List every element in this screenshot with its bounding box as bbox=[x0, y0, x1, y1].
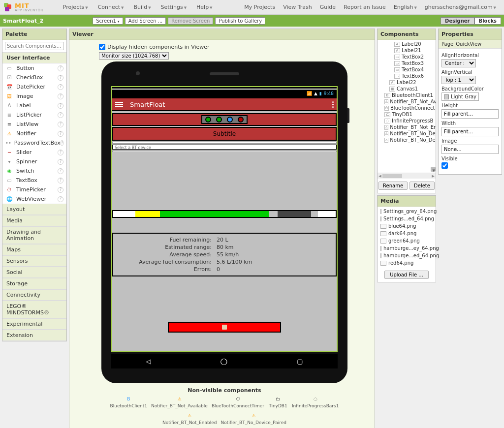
component-tree-item[interactable]: ⚠Notifier_BT_No_Devi bbox=[378, 130, 436, 137]
palette-section[interactable]: Drawing and Animation bbox=[2, 226, 66, 244]
menu-projects[interactable]: Projects▼ bbox=[58, 2, 93, 12]
component-tree-item[interactable]: ▦Canvas1 bbox=[378, 86, 436, 92]
prop-alignvertical-select[interactable]: Top : 1 bbox=[441, 76, 476, 84]
prop-alignhorizontal-select[interactable]: Center : 3 bbox=[441, 59, 476, 67]
add-screen-button[interactable]: Add Screen ... bbox=[125, 17, 166, 25]
help-icon[interactable]: ? bbox=[58, 178, 63, 183]
help-icon[interactable]: ? bbox=[58, 75, 63, 81]
nav-recent-icon[interactable]: ▢ bbox=[297, 358, 303, 365]
blocks-toggle[interactable]: Blocks bbox=[474, 17, 501, 25]
palette-section[interactable]: Social bbox=[2, 267, 66, 278]
nonvisible-component[interactable]: BBluetoothClient1 bbox=[110, 396, 147, 408]
palette-item-listview[interactable]: ≡ ListView ? bbox=[2, 120, 66, 129]
prop-visible-checkbox[interactable] bbox=[441, 162, 448, 169]
link-guide[interactable]: Guide bbox=[316, 2, 340, 12]
media-file[interactable]: red64.png bbox=[380, 259, 433, 267]
component-tree-item[interactable]: ALabel22 bbox=[378, 79, 436, 86]
link-my-projects[interactable]: My Projects bbox=[240, 2, 279, 12]
help-icon[interactable]: ? bbox=[58, 150, 63, 155]
hamburger-icon[interactable] bbox=[115, 102, 123, 107]
media-file[interactable]: dark64.png bbox=[380, 230, 433, 237]
menu-connect[interactable]: Connect▼ bbox=[93, 2, 129, 12]
palette-section[interactable]: Layout bbox=[2, 204, 66, 215]
palette-item-checkbox[interactable]: ☑ CheckBox ? bbox=[2, 73, 66, 82]
help-icon[interactable]: ? bbox=[58, 103, 63, 109]
delete-button[interactable]: Delete bbox=[410, 182, 435, 190]
palette-section-ui[interactable]: User Interface bbox=[2, 52, 66, 63]
palette-section[interactable]: Connectivity bbox=[2, 289, 66, 301]
components-tree[interactable]: ALabel20 ALabel21 ▭TextBox2 ▭TextBox3 ▭T… bbox=[378, 40, 436, 173]
components-scroll-x[interactable]: ◂▸ bbox=[378, 173, 436, 179]
palette-section[interactable]: Maps bbox=[2, 244, 66, 255]
publish-button[interactable]: Publish to Gallery bbox=[215, 17, 265, 25]
component-tree-item[interactable]: ▭TextBox4 bbox=[378, 66, 436, 73]
rename-button[interactable]: Rename bbox=[378, 182, 408, 190]
help-icon[interactable]: ? bbox=[58, 187, 63, 193]
palette-search[interactable] bbox=[5, 42, 64, 50]
palette-item-label[interactable]: A Label ? bbox=[2, 101, 66, 110]
help-icon[interactable]: ? bbox=[58, 93, 63, 99]
upload-file-button[interactable]: Upload File ... bbox=[384, 271, 429, 279]
media-file[interactable]: green64.png bbox=[380, 237, 433, 245]
component-tree-item[interactable]: ▭TextBox6 bbox=[378, 73, 436, 79]
logo[interactable]: MIT APP INVENTOR bbox=[4, 2, 43, 12]
designer-toggle[interactable]: Designer bbox=[441, 17, 474, 25]
component-tree-item[interactable]: 🗀TinyDB1 bbox=[378, 111, 436, 118]
palette-item-textbox[interactable]: ▭ TextBox ? bbox=[2, 176, 66, 185]
overflow-icon[interactable] bbox=[332, 101, 334, 108]
media-file[interactable]: Settings...ed_64.png bbox=[380, 215, 433, 222]
component-tree-item[interactable]: ▭TextBox2 bbox=[378, 54, 436, 60]
help-icon[interactable]: ? bbox=[58, 159, 63, 165]
nonvisible-component[interactable]: ⚠Notifier_BT_Not_Enabled bbox=[162, 412, 217, 425]
palette-section[interactable]: LEGO® MINDSTORMS® bbox=[2, 301, 66, 318]
component-tree-item[interactable]: BBluetoothClient1 bbox=[378, 92, 436, 98]
nav-back-icon[interactable]: ◁ bbox=[146, 358, 151, 365]
menu-settings[interactable]: Settings▼ bbox=[156, 2, 192, 12]
menu-account[interactable]: ghersschens@gmail.com▼ bbox=[421, 2, 500, 12]
palette-item-webviewer[interactable]: 🌐 WebViewer ? bbox=[2, 194, 66, 204]
palette-item-notifier[interactable]: ⚠ Notifier ? bbox=[2, 129, 66, 138]
prop-height-input[interactable] bbox=[441, 109, 499, 119]
nonvisible-component[interactable]: ⏱BlueToothConnectTimer bbox=[212, 396, 264, 408]
nonvisible-component[interactable]: ◌InfiniteProgressBars1 bbox=[292, 396, 339, 408]
show-hidden-checkbox[interactable] bbox=[99, 44, 105, 50]
screen-selector[interactable]: Screen1 ▾ bbox=[93, 17, 123, 25]
help-icon[interactable]: ? bbox=[58, 122, 63, 127]
component-tree-item[interactable]: ALabel21 bbox=[378, 47, 436, 54]
help-icon[interactable]: ? bbox=[61, 140, 63, 146]
menu-build[interactable]: Build▼ bbox=[129, 2, 156, 12]
nav-home-icon[interactable]: ◯ bbox=[220, 358, 228, 365]
palette-section[interactable]: Media bbox=[2, 215, 66, 226]
help-icon[interactable]: ? bbox=[58, 131, 63, 137]
help-icon[interactable]: ? bbox=[58, 84, 63, 90]
palette-item-listpicker[interactable]: ≣ ListPicker ? bbox=[2, 110, 66, 120]
phone-screen[interactable]: 📶 ▲ ▮ 9:48 SmartFloat bbox=[111, 86, 338, 352]
help-icon[interactable]: ? bbox=[58, 196, 63, 202]
media-file[interactable]: hamburge...ed_64.png bbox=[380, 252, 433, 259]
component-tree-item[interactable]: ⚠Notifier_BT_Not_Ava bbox=[378, 98, 436, 105]
media-file[interactable]: hamburge...ey_64.png bbox=[380, 245, 433, 252]
palette-section[interactable]: Storage bbox=[2, 278, 66, 289]
component-tree-item[interactable]: ⏱BlueToothConnectTi bbox=[378, 105, 436, 111]
palette-item-button[interactable]: ▭ Button ? bbox=[2, 63, 66, 73]
prop-bgcolor-picker[interactable]: Light Gray bbox=[441, 92, 479, 101]
component-tree-item[interactable]: ⚠Notifier_BT_No_Devi bbox=[378, 137, 436, 143]
palette-section[interactable]: Sensors bbox=[2, 255, 66, 267]
nonvisible-component[interactable]: 🗀TinyDB1 bbox=[268, 396, 288, 408]
component-tree-item[interactable]: ▭TextBox3 bbox=[378, 60, 436, 66]
menu-help[interactable]: Help▼ bbox=[191, 2, 217, 12]
link-view-trash[interactable]: View Trash bbox=[279, 2, 316, 12]
help-icon[interactable]: ? bbox=[58, 65, 63, 71]
prop-image-input[interactable] bbox=[441, 145, 499, 154]
nonvisible-component[interactable]: ⚠Notifier_BT_Not_Available bbox=[151, 396, 208, 408]
link-report-issue[interactable]: Report an Issue bbox=[340, 2, 390, 12]
nonvisible-component[interactable]: ⚠Notifier_BT_No_Device_Paired bbox=[220, 412, 286, 425]
media-file[interactable]: blue64.png bbox=[380, 222, 433, 230]
component-tree-item[interactable]: ◌InfiniteProgressB bbox=[378, 118, 436, 124]
palette-item-spinner[interactable]: ▾ Spinner ? bbox=[2, 157, 66, 166]
palette-item-switch[interactable]: ◉ Switch ? bbox=[2, 166, 66, 176]
monitor-size-select[interactable]: Monitor size (1024,768) bbox=[99, 52, 169, 60]
media-file[interactable]: Settings_grey_64.png bbox=[380, 208, 433, 215]
palette-item-datepicker[interactable]: 📅 DatePicker ? bbox=[2, 82, 66, 92]
palette-item-slider[interactable]: ━ Slider ? bbox=[2, 148, 66, 157]
